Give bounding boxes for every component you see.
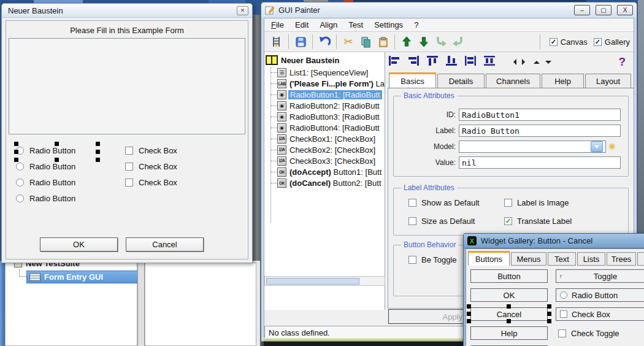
show-as-default-toggle[interactable]: Show as Default — [408, 198, 480, 207]
id-field[interactable]: RadioButton1 — [459, 109, 621, 121]
radio-row[interactable]: Radio Button — [16, 194, 75, 203]
label-field[interactable]: Radio Button — [459, 125, 621, 137]
selection-handle[interactable] — [507, 319, 511, 323]
test-tree-panel[interactable]: New TestSuite Form Entry GUI — [5, 263, 137, 346]
selection-handle[interactable] — [467, 319, 471, 323]
selection-handle[interactable] — [96, 150, 100, 154]
check-box-icon[interactable]: ✓ — [594, 38, 602, 46]
paste-icon[interactable] — [374, 34, 391, 50]
sample-check-toggle[interactable]: Check Toggle — [558, 329, 619, 338]
size-as-default-toggle[interactable]: Size as Default — [408, 217, 475, 226]
promote-icon[interactable] — [450, 34, 467, 50]
minimize-icon[interactable]: – — [574, 5, 590, 15]
selection-handle[interactable] — [467, 304, 471, 309]
tree-item[interactable]: ☰ List1: [SequenceView] — [264, 67, 385, 78]
check-box-icon[interactable] — [125, 179, 133, 186]
undo-icon[interactable] — [316, 34, 333, 50]
demote-icon[interactable] — [432, 34, 450, 50]
move-up-icon[interactable] — [398, 34, 415, 50]
tab-partial[interactable] — [637, 252, 644, 266]
check-box-icon[interactable] — [408, 256, 416, 264]
distribute-vertical-icon[interactable] — [483, 55, 496, 69]
selection-handle[interactable] — [96, 142, 100, 146]
selection-handle[interactable] — [547, 319, 551, 323]
tab-basics[interactable]: Basics — [389, 72, 436, 88]
align-left-icon[interactable] — [388, 55, 401, 69]
menu-help[interactable]: ? — [408, 20, 424, 29]
tab-details[interactable]: Details — [437, 74, 485, 88]
check-box-icon[interactable] — [408, 199, 416, 207]
menu-align[interactable]: Align — [314, 20, 343, 29]
check-box-icon[interactable] — [408, 217, 416, 225]
splitter[interactable] — [137, 263, 145, 346]
menu-settings[interactable]: Settings — [369, 20, 408, 29]
nudge-right-icon[interactable] — [522, 59, 528, 65]
tree-item[interactable]: ☑A CheckBox3: [CheckBox] — [264, 155, 385, 166]
selection-handle[interactable] — [547, 312, 551, 316]
align-top-icon[interactable] — [426, 55, 439, 69]
maximize-icon[interactable]: ▢ — [596, 5, 611, 15]
distribute-horizontal-icon[interactable] — [464, 55, 477, 69]
checkbox-row[interactable]: Check Box — [125, 146, 177, 155]
tree-item-form-entry-gui[interactable]: Form Entry GUI — [26, 271, 142, 283]
tree-item[interactable]: OK (doCancel) Button2: [Butt — [264, 177, 385, 188]
label-is-image-toggle[interactable]: Label is Image — [504, 198, 569, 207]
tree-item[interactable]: OK (doAccept) Button1: [Butt — [264, 166, 385, 177]
sample-ok-button[interactable]: OK — [470, 288, 548, 302]
radio-row[interactable]: Radio Button — [16, 178, 75, 187]
tab-help[interactable]: Help — [542, 74, 584, 88]
radio-row[interactable]: Radio Button — [16, 162, 75, 171]
dialog-titlebar[interactable]: Neuer Baustein ✕ — [2, 4, 252, 18]
copy-icon[interactable] — [357, 34, 374, 50]
nudge-left-icon[interactable] — [510, 59, 516, 65]
save-icon[interactable] — [292, 34, 309, 50]
check-box-icon[interactable] — [504, 199, 512, 207]
tab-layout[interactable]: Layout — [585, 74, 631, 88]
selection-handle[interactable] — [14, 150, 18, 154]
cut-icon[interactable]: ✂ — [340, 34, 357, 50]
tree-item[interactable]: ◉ RadioButton4: [RadioButt — [264, 122, 385, 133]
tab-buttons[interactable]: Buttons — [468, 251, 510, 266]
move-down-icon[interactable] — [415, 34, 432, 50]
radio-button-icon[interactable] — [16, 179, 24, 186]
model-field[interactable] — [459, 140, 606, 153]
tab-lists[interactable]: Lists — [577, 252, 605, 266]
selection-handle[interactable] — [55, 158, 59, 162]
tree-item[interactable]: ☑A CheckBox1: [CheckBox] — [264, 133, 385, 144]
align-right-icon[interactable] — [407, 55, 420, 69]
tree-item-selected[interactable]: ◉ RadioButton1: [RadioButt — [264, 89, 385, 100]
selection-handle[interactable] — [507, 304, 511, 309]
tree-item[interactable]: ◉ RadioButton2: [RadioButt — [264, 100, 385, 111]
canvas-toggle[interactable]: ✓ Canvas — [550, 37, 588, 47]
radio-row[interactable]: Radio Button — [16, 146, 75, 155]
value-field[interactable]: nil — [459, 156, 621, 169]
model-wizard-icon[interactable]: ✳ — [608, 142, 616, 152]
align-bottom-icon[interactable] — [445, 55, 458, 69]
check-box-icon[interactable] — [125, 163, 133, 171]
nudge-up-icon[interactable] — [534, 58, 540, 64]
selection-handle[interactable] — [467, 312, 471, 316]
tree-item[interactable]: ☑A CheckBox2: [CheckBox] — [264, 144, 385, 155]
tab-text[interactable]: Text — [548, 252, 576, 266]
radio-button-icon[interactable] — [16, 194, 24, 202]
selection-handle[interactable] — [55, 142, 59, 146]
check-box-icon[interactable]: ✓ — [550, 38, 558, 46]
apply-button[interactable]: Apply — [388, 309, 468, 324]
sample-radio-button[interactable]: Radio Button — [556, 288, 644, 302]
browser-icon[interactable] — [268, 34, 285, 50]
gallery-titlebar[interactable]: X Widget Gallery: Button - Cancel — [464, 234, 644, 248]
checkbox-row[interactable]: Check Box — [125, 178, 177, 187]
chevron-down-icon[interactable] — [591, 141, 603, 152]
check-box-icon[interactable]: ✓ — [504, 217, 512, 225]
menu-file[interactable]: File — [266, 20, 289, 29]
radio-button-icon[interactable] — [16, 163, 24, 171]
cancel-button[interactable]: Cancel — [126, 237, 204, 252]
ok-button[interactable]: OK — [40, 237, 118, 252]
painter-titlebar[interactable]: GUI Painter – ▢ X — [261, 2, 637, 18]
check-box-icon[interactable] — [125, 147, 133, 155]
tab-menus[interactable]: Menus — [511, 252, 546, 266]
sample-help-button[interactable]: Help — [470, 326, 548, 340]
tree-item[interactable]: ◉ RadioButton3: [RadioButt — [264, 111, 385, 122]
gallery-toggle[interactable]: ✓ Gallery — [594, 37, 630, 47]
sample-check-box[interactable]: Check Box — [556, 307, 644, 321]
